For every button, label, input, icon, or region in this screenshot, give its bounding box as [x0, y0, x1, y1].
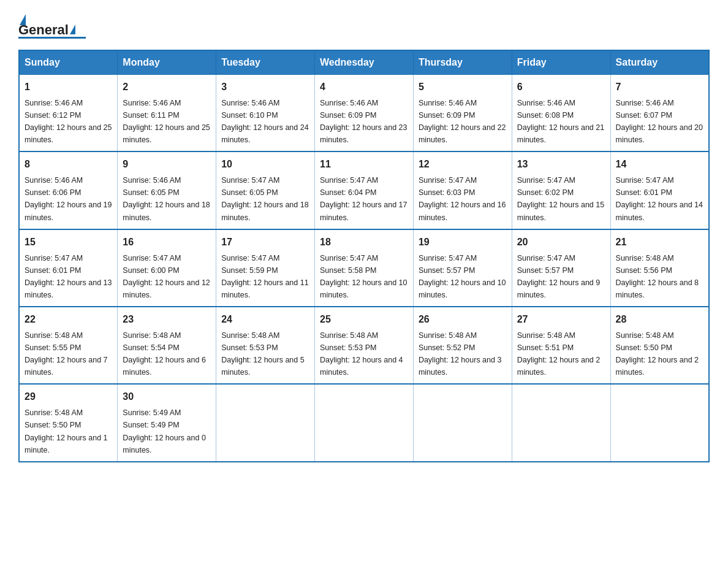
calendar-cell: 28Sunrise: 5:48 AMSunset: 5:50 PMDayligh… [610, 307, 709, 384]
day-number: 19 [419, 235, 507, 250]
day-number: 15 [25, 235, 112, 250]
day-info: Sunrise: 5:46 AMSunset: 6:09 PMDaylight:… [320, 99, 407, 144]
day-info: Sunrise: 5:46 AMSunset: 6:07 PMDaylight:… [616, 99, 703, 144]
day-number: 13 [517, 157, 605, 172]
calendar-cell: 2Sunrise: 5:46 AMSunset: 6:11 PMDaylight… [118, 75, 216, 152]
calendar-cell [610, 384, 709, 461]
header-thursday: Thursday [413, 50, 512, 75]
calendar-week-row: 29Sunrise: 5:48 AMSunset: 5:50 PMDayligh… [19, 384, 709, 461]
day-number: 11 [320, 157, 408, 172]
calendar-cell: 5Sunrise: 5:46 AMSunset: 6:09 PMDaylight… [413, 75, 512, 152]
calendar-cell: 13Sunrise: 5:47 AMSunset: 6:02 PMDayligh… [512, 151, 610, 229]
day-number: 5 [419, 80, 507, 95]
day-info: Sunrise: 5:46 AMSunset: 6:09 PMDaylight:… [419, 99, 506, 144]
calendar-cell: 24Sunrise: 5:48 AMSunset: 5:53 PMDayligh… [216, 307, 315, 384]
day-number: 24 [221, 312, 309, 327]
day-number: 20 [517, 235, 605, 250]
day-info: Sunrise: 5:48 AMSunset: 5:52 PMDaylight:… [419, 331, 502, 377]
day-info: Sunrise: 5:48 AMSunset: 5:54 PMDaylight:… [123, 331, 206, 377]
day-number: 8 [25, 157, 112, 172]
calendar-cell: 16Sunrise: 5:47 AMSunset: 6:00 PMDayligh… [118, 229, 216, 307]
day-info: Sunrise: 5:46 AMSunset: 6:10 PMDaylight:… [221, 99, 308, 144]
day-info: Sunrise: 5:46 AMSunset: 6:11 PMDaylight:… [123, 99, 210, 144]
day-info: Sunrise: 5:47 AMSunset: 6:00 PMDaylight:… [123, 254, 210, 299]
calendar-cell: 8Sunrise: 5:46 AMSunset: 6:06 PMDaylight… [19, 151, 118, 229]
day-info: Sunrise: 5:48 AMSunset: 5:50 PMDaylight:… [25, 408, 108, 454]
day-number: 23 [123, 312, 211, 327]
calendar-cell [512, 384, 610, 461]
day-info: Sunrise: 5:47 AMSunset: 6:04 PMDaylight:… [320, 176, 407, 221]
day-info: Sunrise: 5:46 AMSunset: 6:06 PMDaylight:… [25, 176, 112, 221]
calendar-week-row: 22Sunrise: 5:48 AMSunset: 5:55 PMDayligh… [19, 307, 709, 384]
day-number: 10 [221, 157, 309, 172]
day-number: 22 [25, 312, 112, 327]
calendar-cell: 4Sunrise: 5:46 AMSunset: 6:09 PMDaylight… [315, 75, 414, 152]
day-info: Sunrise: 5:48 AMSunset: 5:53 PMDaylight:… [320, 331, 403, 377]
calendar-cell: 21Sunrise: 5:48 AMSunset: 5:56 PMDayligh… [610, 229, 709, 307]
day-info: Sunrise: 5:48 AMSunset: 5:56 PMDaylight:… [616, 254, 699, 299]
calendar-cell: 7Sunrise: 5:46 AMSunset: 6:07 PMDaylight… [610, 75, 709, 152]
day-info: Sunrise: 5:47 AMSunset: 5:57 PMDaylight:… [517, 254, 601, 299]
calendar-cell: 18Sunrise: 5:47 AMSunset: 5:58 PMDayligh… [315, 229, 414, 307]
calendar-cell: 1Sunrise: 5:46 AMSunset: 6:12 PMDaylight… [19, 75, 118, 152]
header-tuesday: Tuesday [216, 50, 315, 75]
day-number: 1 [25, 80, 112, 95]
day-number: 17 [221, 235, 309, 250]
day-number: 16 [123, 235, 211, 250]
calendar-cell: 19Sunrise: 5:47 AMSunset: 5:57 PMDayligh… [413, 229, 512, 307]
calendar-cell: 15Sunrise: 5:47 AMSunset: 6:01 PMDayligh… [19, 229, 118, 307]
calendar-cell: 23Sunrise: 5:48 AMSunset: 5:54 PMDayligh… [118, 307, 216, 384]
day-info: Sunrise: 5:47 AMSunset: 6:01 PMDaylight:… [616, 176, 703, 221]
day-number: 25 [320, 312, 408, 327]
calendar-cell: 27Sunrise: 5:48 AMSunset: 5:51 PMDayligh… [512, 307, 610, 384]
day-number: 7 [616, 80, 703, 95]
day-number: 30 [123, 389, 211, 405]
calendar-cell: 6Sunrise: 5:46 AMSunset: 6:08 PMDaylight… [512, 75, 610, 152]
day-number: 9 [123, 157, 211, 172]
calendar-cell: 11Sunrise: 5:47 AMSunset: 6:04 PMDayligh… [315, 151, 414, 229]
logo-area: General [18, 12, 86, 39]
day-number: 12 [419, 157, 507, 172]
logo-triangle2-icon [70, 25, 75, 34]
day-info: Sunrise: 5:47 AMSunset: 6:01 PMDaylight:… [25, 254, 112, 299]
day-number: 2 [123, 80, 211, 95]
day-number: 3 [221, 80, 309, 95]
calendar-cell: 3Sunrise: 5:46 AMSunset: 6:10 PMDaylight… [216, 75, 315, 152]
calendar-cell [315, 384, 414, 461]
calendar-cell: 20Sunrise: 5:47 AMSunset: 5:57 PMDayligh… [512, 229, 610, 307]
day-number: 4 [320, 80, 408, 95]
calendar-cell: 22Sunrise: 5:48 AMSunset: 5:55 PMDayligh… [19, 307, 118, 384]
page-header: General [18, 12, 710, 39]
header-wednesday: Wednesday [315, 50, 414, 75]
header-friday: Friday [512, 50, 610, 75]
calendar-table: SundayMondayTuesdayWednesdayThursdayFrid… [18, 50, 710, 462]
day-info: Sunrise: 5:47 AMSunset: 5:59 PMDaylight:… [221, 254, 308, 299]
day-number: 26 [419, 312, 507, 327]
header-monday: Monday [118, 50, 216, 75]
day-info: Sunrise: 5:46 AMSunset: 6:05 PMDaylight:… [123, 176, 210, 221]
day-info: Sunrise: 5:49 AMSunset: 5:49 PMDaylight:… [123, 408, 206, 454]
calendar-cell [216, 384, 315, 461]
day-info: Sunrise: 5:48 AMSunset: 5:51 PMDaylight:… [517, 331, 601, 377]
day-info: Sunrise: 5:47 AMSunset: 6:02 PMDaylight:… [517, 176, 604, 221]
logo-general-text2: General [18, 22, 69, 38]
day-info: Sunrise: 5:47 AMSunset: 6:05 PMDaylight:… [221, 176, 308, 221]
logo-underline [18, 37, 86, 39]
day-number: 14 [616, 157, 703, 172]
day-number: 29 [25, 389, 112, 405]
calendar-week-row: 1Sunrise: 5:46 AMSunset: 6:12 PMDaylight… [19, 75, 709, 152]
day-number: 28 [616, 312, 703, 327]
day-info: Sunrise: 5:46 AMSunset: 6:12 PMDaylight:… [25, 99, 112, 144]
calendar-cell: 17Sunrise: 5:47 AMSunset: 5:59 PMDayligh… [216, 229, 315, 307]
calendar-cell [413, 384, 512, 461]
calendar-cell: 10Sunrise: 5:47 AMSunset: 6:05 PMDayligh… [216, 151, 315, 229]
day-info: Sunrise: 5:47 AMSunset: 5:58 PMDaylight:… [320, 254, 407, 299]
day-info: Sunrise: 5:48 AMSunset: 5:55 PMDaylight:… [25, 331, 108, 377]
day-number: 21 [616, 235, 703, 250]
calendar-cell: 30Sunrise: 5:49 AMSunset: 5:49 PMDayligh… [118, 384, 216, 461]
header-sunday: Sunday [19, 50, 118, 75]
day-info: Sunrise: 5:48 AMSunset: 5:50 PMDaylight:… [616, 331, 699, 377]
header-saturday: Saturday [610, 50, 709, 75]
calendar-header-row: SundayMondayTuesdayWednesdayThursdayFrid… [19, 50, 709, 75]
calendar-cell: 14Sunrise: 5:47 AMSunset: 6:01 PMDayligh… [610, 151, 709, 229]
